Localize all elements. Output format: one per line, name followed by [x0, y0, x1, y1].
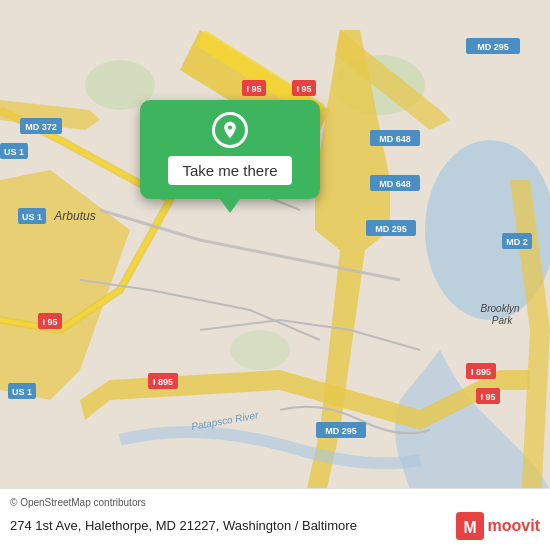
svg-text:MD 295: MD 295 — [325, 426, 357, 436]
pin-icon — [212, 112, 248, 148]
moovit-brand-text: moovit — [488, 517, 540, 535]
svg-text:I 95: I 95 — [42, 317, 57, 327]
location-callout: Take me there — [140, 100, 320, 199]
svg-text:MD 372: MD 372 — [25, 122, 57, 132]
address-text: 274 1st Ave, Halethorpe, MD 21227, Washi… — [10, 517, 357, 535]
svg-text:I 895: I 895 — [153, 377, 173, 387]
svg-text:MD 2: MD 2 — [506, 237, 528, 247]
moovit-logo: M moovit — [456, 512, 540, 540]
svg-text:M: M — [463, 519, 476, 536]
svg-text:Arbutus: Arbutus — [53, 209, 95, 223]
bottom-bar: © OpenStreetMap contributors 274 1st Ave… — [0, 488, 550, 550]
address-row: 274 1st Ave, Halethorpe, MD 21227, Washi… — [10, 512, 540, 540]
location-pin-svg — [220, 120, 240, 140]
svg-text:MD 295: MD 295 — [375, 224, 407, 234]
svg-text:MD 648: MD 648 — [379, 134, 411, 144]
svg-text:Park: Park — [492, 315, 514, 326]
svg-text:US 1: US 1 — [12, 387, 32, 397]
moovit-icon-svg: M — [456, 512, 484, 540]
svg-text:I 95: I 95 — [296, 84, 311, 94]
address-label: 274 1st Ave, Halethorpe, MD 21227, Washi… — [10, 518, 357, 533]
svg-text:I 895: I 895 — [471, 367, 491, 377]
take-me-there-button[interactable]: Take me there — [168, 156, 291, 185]
svg-point-3 — [230, 330, 290, 370]
svg-text:I 95: I 95 — [480, 392, 495, 402]
svg-text:US 1: US 1 — [22, 212, 42, 222]
svg-text:I 95: I 95 — [246, 84, 261, 94]
map-roads-svg: MD 295 I 95 I 95 MD 648 MD 648 MD 295 MD… — [0, 0, 550, 550]
svg-text:MD 648: MD 648 — [379, 179, 411, 189]
svg-text:Brooklyn: Brooklyn — [481, 303, 520, 314]
map-attribution: © OpenStreetMap contributors — [10, 497, 540, 508]
svg-text:MD 295: MD 295 — [477, 42, 509, 52]
map-container: MD 295 I 95 I 95 MD 648 MD 648 MD 295 MD… — [0, 0, 550, 550]
svg-text:US 1: US 1 — [4, 147, 24, 157]
